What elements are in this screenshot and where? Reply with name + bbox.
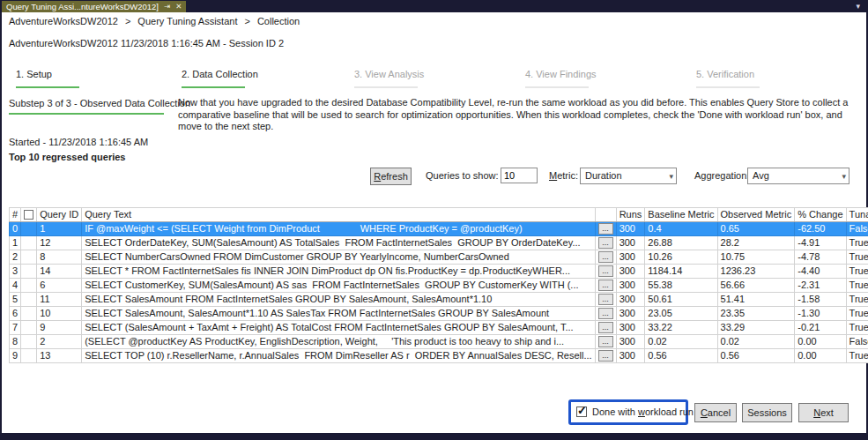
runs-cell: 300 (616, 222, 645, 236)
refresh-button[interactable]: Refresh (370, 168, 412, 185)
table-row[interactable]: 46SELECT CustomerKey, SUM(SalesAmount) A… (10, 279, 868, 293)
expand-cell: ... (595, 349, 616, 363)
next-label-key: N (813, 407, 820, 418)
pct-change-cell: -62.50 (795, 222, 846, 236)
title-bar: Query Tuning Assi...ntureWorksDW2012] ⇥ … (0, 0, 868, 12)
expand-cell: ... (595, 307, 616, 321)
document-tab[interactable]: Query Tuning Assi...ntureWorksDW2012] ⇥ … (2, 1, 186, 12)
tunable-cell: True (846, 349, 868, 363)
query-tuning-assistant-window: Query Tuning Assi...ntureWorksDW2012] ⇥ … (0, 0, 868, 440)
cancel-button[interactable]: Cancel (694, 403, 737, 422)
header-pct-change[interactable]: % Change (795, 208, 846, 222)
table-row[interactable]: 112SELECT OrderDateKey, SUM(SalesAmount)… (10, 236, 868, 250)
step-view-analysis: 3. View Analysis (354, 69, 424, 79)
breadcrumb-item-database[interactable]: AdventureWorksDW2012 (9, 16, 118, 26)
expand-cell: ... (595, 279, 616, 293)
grid-header-row: # Query ID Query Text Runs Baseline Metr… (10, 208, 868, 222)
breadcrumb-item-qta[interactable]: Query Tuning Assistant (137, 16, 237, 26)
row-number-cell: 2 (10, 250, 21, 265)
done-checkbox[interactable]: ✓ (576, 406, 587, 417)
table-row[interactable]: 610SELECT SalesAmount, SalesAmount*1.10 … (10, 307, 868, 321)
expand-cell: ... (595, 265, 616, 279)
row-select-cell (21, 250, 37, 265)
query-text-expand-button[interactable]: ... (598, 237, 613, 249)
row-select-cell (21, 265, 37, 279)
cancel-label-post: ancel (708, 407, 731, 418)
query-text-expand-button[interactable]: ... (598, 308, 613, 319)
observed-metric-cell: 0.65 (717, 222, 795, 236)
pct-change-cell: -4.78 (795, 250, 846, 265)
table-row[interactable]: 28SELECT NumberCarsOwned FROM DimCustome… (10, 250, 868, 265)
metric-label-key: M (549, 170, 557, 181)
tunable-cell: False (846, 222, 868, 236)
metric-select[interactable]: Duration ▾ (580, 168, 677, 184)
tunable-cell: False (846, 335, 868, 349)
header-row-number[interactable]: # (10, 208, 21, 222)
query-text-expand-button[interactable]: ... (598, 350, 613, 362)
observed-metric-cell: 0.56 (717, 349, 795, 363)
query-text-expand-button[interactable]: ... (598, 223, 613, 235)
queries-to-show-input[interactable] (501, 168, 538, 183)
table-row[interactable]: 01IF @maxWeight <= (SELECT Weight from D… (10, 222, 868, 236)
query-text-expand-button[interactable]: ... (598, 336, 613, 347)
step-underline (696, 86, 760, 88)
row-select-cell (21, 335, 37, 349)
expand-cell: ... (595, 236, 616, 250)
query-id-cell: 9 (37, 321, 82, 335)
header-baseline-metric[interactable]: Baseline Metric (645, 208, 717, 222)
header-query-text[interactable]: Query Text (82, 208, 595, 222)
runs-cell: 300 (616, 265, 645, 279)
aggregation-label: Aggregation: (694, 170, 749, 181)
header-tunable[interactable]: Tunable (846, 208, 868, 222)
select-all-checkbox[interactable] (24, 210, 33, 220)
query-text-expand-button[interactable]: ... (598, 294, 613, 305)
query-text-cell: SELECT SalesAmount FROM FactInternetSale… (82, 293, 595, 307)
query-id-cell: 8 (37, 250, 82, 265)
row-select-cell (21, 236, 37, 250)
query-text-expand-button[interactable]: ... (598, 251, 613, 263)
done-checkbox-label[interactable]: Done with workload run (592, 406, 694, 417)
table-row[interactable]: 314SELECT * FROM FactInternetSales fis I… (10, 265, 868, 279)
breadcrumb-item-collection[interactable]: Collection (257, 16, 300, 26)
table-row[interactable]: 511SELECT SalesAmount FROM FactInternetS… (10, 293, 868, 307)
header-observed-metric[interactable]: Observed Metric (717, 208, 795, 222)
row-number-cell: 0 (10, 222, 21, 236)
pin-icon[interactable]: ⇥ (164, 1, 170, 12)
header-runs[interactable]: Runs (616, 208, 645, 222)
session-info: AdventureWorksDW2012 11/23/2018 1:16:45 … (9, 38, 284, 48)
table-row[interactable]: 79SELECT (SalesAmount + TaxAmt + Freight… (10, 321, 868, 335)
table-row[interactable]: 913SELECT TOP (10) r.ResellerName, r.Ann… (10, 349, 868, 363)
runs-cell: 300 (616, 321, 645, 335)
runs-cell: 300 (616, 250, 645, 265)
table-row[interactable]: 82(SELECT @productKey AS ProductKey, Eng… (10, 335, 868, 349)
aggregation-select[interactable]: Avg ▾ (747, 168, 849, 184)
query-text-expand-button[interactable]: ... (598, 280, 613, 291)
sessions-button[interactable]: Sessions (742, 403, 792, 422)
substep-description: Now that you have upgraded to the desire… (178, 97, 851, 133)
query-id-cell: 6 (37, 279, 82, 293)
runs-cell: 300 (616, 349, 645, 363)
query-text-cell: IF @maxWeight <= (SELECT Weight from Dim… (82, 222, 595, 236)
query-id-cell: 12 (37, 236, 82, 250)
expand-cell: ... (595, 321, 616, 335)
runs-cell: 300 (616, 279, 645, 293)
expand-cell: ... (595, 250, 616, 265)
tunable-cell: True (846, 279, 868, 293)
pct-change-cell: 0.00 (795, 335, 846, 349)
header-query-id[interactable]: Query ID (37, 208, 82, 222)
tunable-cell: True (846, 265, 868, 279)
query-id-cell: 13 (37, 349, 82, 363)
chevron-down-icon[interactable]: ▾ (856, 2, 860, 11)
row-number-cell: 5 (10, 293, 21, 307)
query-text-expand-button[interactable]: ... (598, 322, 613, 333)
header-select-all[interactable] (21, 208, 37, 222)
baseline-metric-cell: 0.4 (645, 222, 717, 236)
done-label-post: orkload run (645, 406, 694, 417)
close-icon[interactable]: ✕ (175, 1, 182, 12)
query-text-expand-button[interactable]: ... (598, 265, 613, 277)
runs-cell: 300 (616, 307, 645, 321)
step-verification: 5. Verification (696, 69, 754, 79)
query-id-cell: 10 (37, 307, 82, 321)
next-button[interactable]: Next (798, 403, 849, 422)
substep-underline (9, 113, 164, 115)
